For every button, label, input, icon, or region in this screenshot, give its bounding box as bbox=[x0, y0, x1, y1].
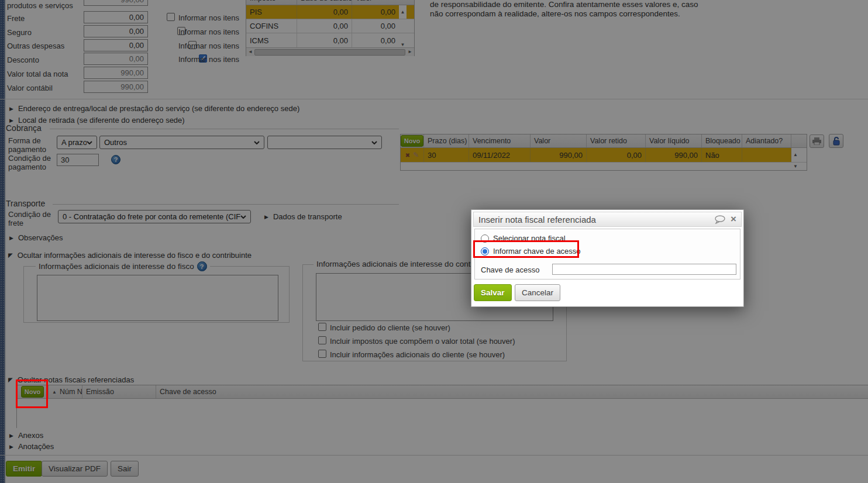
incluir-info-cliente-checkbox[interactable] bbox=[318, 350, 326, 358]
cobranca-legend: Cobrança bbox=[6, 123, 42, 133]
totals-label-desconto: Desconto bbox=[7, 56, 80, 64]
modal-title: Inserir nota fiscal referenciada bbox=[478, 215, 714, 225]
incluir-impostos-checkbox[interactable] bbox=[318, 336, 326, 344]
totals-input-produtos[interactable] bbox=[84, 0, 148, 6]
link-dados-transporte[interactable]: ▶ Dados de transporte bbox=[264, 212, 342, 221]
sort-asc-icon: ▲ bbox=[52, 389, 57, 395]
payment-table: Novo Prazo (dias) Vencimento Valor Valor… bbox=[400, 134, 807, 171]
incluir-pedido-checkbox[interactable] bbox=[318, 323, 326, 331]
tax-row-cofins[interactable]: COFINS 0,00 0,00 bbox=[246, 19, 414, 33]
payment-header-valor-retido[interactable]: Valor retido bbox=[587, 134, 646, 147]
ref-notes-header-num[interactable]: ▲ Núm NF bbox=[49, 385, 82, 398]
tax-header-imposto[interactable]: Imposto bbox=[246, 0, 297, 5]
tax-row-pis[interactable]: PIS 0,00 0,00 ▲ bbox=[246, 5, 414, 19]
annotation-box-novo bbox=[16, 380, 48, 408]
forma-pagamento-prazo-select[interactable]: A prazo bbox=[57, 136, 97, 149]
payment-header-valor-liquido[interactable]: Valor líquido bbox=[646, 134, 702, 147]
visualizar-pdf-button[interactable]: Visualizar PDF bbox=[42, 461, 108, 477]
link-anotacoes[interactable]: ▶ Anotações bbox=[9, 442, 54, 451]
incluir-impostos-label: Incluir impostos que compõem o valor tot… bbox=[330, 337, 515, 346]
emitir-button[interactable]: Emitir bbox=[6, 461, 42, 477]
cancelar-button[interactable]: Cancelar bbox=[515, 284, 560, 301]
printer-icon bbox=[812, 137, 821, 145]
chevron-right-icon: ▶ bbox=[9, 106, 13, 112]
incluir-info-cliente-label: Incluir informações adicionais do client… bbox=[330, 350, 505, 359]
payment-header-valor[interactable]: Valor bbox=[531, 134, 587, 147]
modal-header[interactable]: Inserir nota fiscal referenciada × bbox=[473, 212, 742, 227]
referenced-notes-table: Novo ▲ Núm NF Emissão Chave de acesso bbox=[16, 385, 868, 428]
chevron-right-icon: ▶ bbox=[9, 444, 13, 450]
totals-input-desconto[interactable] bbox=[84, 53, 148, 65]
link-observacoes[interactable]: ▶ Observações bbox=[9, 233, 63, 242]
link-anexos[interactable]: ▶ Anexos bbox=[9, 431, 43, 440]
salvar-button[interactable]: Salvar bbox=[474, 284, 512, 301]
toggle-informacoes-adicionais[interactable]: ◤ Ocultar informações adicionais de inte… bbox=[8, 251, 252, 260]
scroll-right-icon[interactable]: ► bbox=[408, 50, 412, 54]
totals-input-outras[interactable] bbox=[84, 39, 148, 51]
edit-pencil-icon[interactable]: ✎ bbox=[413, 151, 419, 159]
payment-header-prazo[interactable]: Prazo (dias) bbox=[424, 134, 469, 147]
comment-bubble-icon[interactable] bbox=[714, 215, 726, 224]
print-button[interactable] bbox=[810, 134, 824, 148]
unlock-button[interactable] bbox=[829, 134, 843, 148]
payment-new-button[interactable]: Novo bbox=[401, 135, 423, 147]
collapse-triangle-icon: ◤ bbox=[8, 377, 13, 383]
totals-label-produtos: produtos e serviços bbox=[7, 1, 80, 10]
incluir-pedido-label: Incluir pedido do cliente (se houver) bbox=[330, 323, 450, 332]
ref-notes-header-emissao[interactable]: Emissão bbox=[82, 385, 156, 398]
totals-input-frete[interactable] bbox=[84, 11, 148, 23]
scroll-left-icon[interactable]: ◄ bbox=[248, 50, 253, 54]
totals-label-seguro: Seguro bbox=[7, 28, 80, 37]
fisco-fieldset-legend: Informações adicionais de interesse do f… bbox=[36, 261, 210, 271]
fisco-textarea[interactable] bbox=[37, 275, 278, 321]
chevron-down-icon bbox=[371, 141, 377, 144]
section-divider bbox=[0, 99, 868, 99]
help-icon[interactable]: ? bbox=[111, 155, 120, 164]
ref-notes-header-chave[interactable]: Chave de acesso bbox=[156, 385, 868, 398]
condicao-pagamento-label: Condição de pagamento bbox=[8, 154, 55, 171]
tax-scroll-down[interactable]: ▼ bbox=[399, 33, 407, 47]
fisco-fieldset: Informações adicionais de interesse do f… bbox=[23, 266, 290, 323]
tax-scroll-thumb[interactable] bbox=[254, 49, 405, 56]
link-endereco-entrega[interactable]: ▶ Endereço de entrega/local de prestação… bbox=[9, 104, 299, 113]
condicao-pagamento-input[interactable] bbox=[57, 154, 99, 166]
nfe-emission-page: produtos e serviços Frete Informar nos i… bbox=[0, 0, 868, 483]
forma-pagamento-extra-select[interactable] bbox=[267, 136, 382, 149]
payment-scroll-up[interactable]: ▲ bbox=[791, 148, 800, 162]
totals-label-frete: Frete bbox=[7, 14, 80, 23]
chevron-right-icon: ▶ bbox=[9, 235, 13, 241]
help-icon[interactable]: ? bbox=[197, 261, 207, 271]
page-left-strip bbox=[0, 0, 6, 483]
tax-horizontal-scrollbar[interactable]: ◄ ► bbox=[246, 47, 414, 56]
chevron-down-icon bbox=[254, 141, 260, 144]
tax-scroll-up[interactable]: ▲ bbox=[399, 5, 407, 19]
payment-header-bloqueado[interactable]: Bloqueado bbox=[702, 134, 742, 147]
tax-row-icms[interactable]: ICMS 0,00 0,00 ▼ bbox=[246, 33, 414, 47]
payment-scroll-down[interactable]: ▼ bbox=[791, 163, 800, 170]
padlock-open-icon bbox=[832, 137, 841, 146]
totals-input-seguro[interactable] bbox=[84, 25, 148, 37]
informar-itens-seguro-label: Informar nos itens bbox=[178, 27, 239, 36]
totals-input-valor-contabil[interactable] bbox=[84, 81, 148, 93]
chave-acesso-input[interactable] bbox=[552, 264, 736, 275]
cobranca-fieldset-line bbox=[50, 129, 399, 129]
delete-icon[interactable]: ✖ bbox=[405, 152, 410, 158]
annotation-box-informar-chave bbox=[473, 240, 579, 258]
payment-header-adiantado[interactable]: Adiantado? bbox=[742, 134, 791, 147]
ref-notes-empty-body bbox=[17, 399, 868, 428]
inserir-nota-modal: Inserir nota fiscal referenciada × Selec… bbox=[471, 209, 744, 307]
forma-pagamento-tipo-select[interactable]: Outros bbox=[99, 136, 264, 149]
chevron-down-icon bbox=[240, 215, 246, 219]
chave-acesso-label: Chave de acesso bbox=[481, 265, 539, 274]
payment-header-vencimento[interactable]: Vencimento bbox=[469, 134, 531, 147]
transporte-fieldset-line bbox=[53, 204, 399, 205]
tax-header-base[interactable]: Base de cálculo bbox=[297, 0, 352, 5]
emitente-notice-text: de responsabilidade do emitente. Confira… bbox=[430, 0, 709, 19]
informar-itens-frete-checkbox[interactable] bbox=[167, 13, 175, 21]
payment-row[interactable]: ✖ ✎ 30 09/11/2022 990,00 0,00 990,00 Não… bbox=[401, 148, 807, 163]
sair-button[interactable]: Sair bbox=[111, 461, 139, 477]
close-icon[interactable]: × bbox=[731, 215, 736, 224]
totals-input-valor-total[interactable] bbox=[84, 67, 148, 79]
condicao-frete-select[interactable]: 0 - Contratação do frete por conta do re… bbox=[58, 210, 251, 223]
tax-header-valor[interactable]: Valor bbox=[352, 0, 407, 5]
